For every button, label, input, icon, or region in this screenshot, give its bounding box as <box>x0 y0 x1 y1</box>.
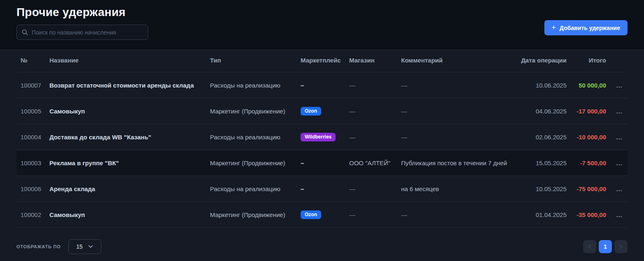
row-actions-menu[interactable]: ... <box>616 82 623 89</box>
row-number: 100005 <box>16 108 45 115</box>
column-header-type: Тип <box>206 57 296 65</box>
row-marketplace: Wildberries <box>296 133 345 141</box>
search-box[interactable] <box>16 25 148 40</box>
marketplace-badge: Ozon <box>301 210 321 219</box>
table-body: 100007 Возврат остаточной стоимости арен… <box>16 72 628 228</box>
row-type: Расходы на реализацию <box>206 185 296 192</box>
search-icon <box>22 29 28 35</box>
row-total: -75 000,00 <box>567 185 611 192</box>
row-type: Маркетинг (Продвижение) <box>206 108 296 115</box>
table-row[interactable]: 100006 Аренда склада Расходы на реализац… <box>16 176 628 202</box>
table-row[interactable]: 100007 Возврат остаточной стоимости арен… <box>16 72 628 98</box>
row-name: Самовыкуп <box>45 108 206 115</box>
search-input[interactable] <box>32 29 143 36</box>
row-store: — <box>345 134 397 141</box>
add-deduction-button-label: Добавить удержание <box>560 25 620 31</box>
chevron-down-icon <box>88 245 93 248</box>
marketplace-empty-dash: – <box>301 82 304 89</box>
column-header-number: № <box>16 57 45 65</box>
add-deduction-button[interactable]: + Добавить удержание <box>544 20 628 35</box>
column-header-comment: Комментарий <box>397 57 516 65</box>
column-header-store: Магазин <box>345 57 397 65</box>
row-marketplace: – <box>296 82 345 89</box>
row-date: 10.06.2025 <box>516 82 567 89</box>
row-date: 10.05.2025 <box>516 185 567 192</box>
table-row[interactable]: 100002 Самовыкуп Маркетинг (Продвижение)… <box>16 202 628 228</box>
row-marketplace: Ozon <box>296 107 345 115</box>
column-header-total: Итого <box>567 57 611 65</box>
row-actions-menu[interactable]: ... <box>616 160 623 166</box>
row-number: 100003 <box>16 159 45 166</box>
row-name: Аренда склада <box>45 185 206 192</box>
row-date: 15.05.2025 <box>516 159 567 166</box>
row-type: Маркетинг (Продвижение) <box>206 211 296 218</box>
column-header-marketplace: Маркетплейс <box>296 57 345 65</box>
row-total: -17 000,00 <box>567 108 611 115</box>
row-name: Доставка до склада WB "Казань" <box>45 134 206 141</box>
row-date: 04.06.2025 <box>516 108 567 115</box>
chevron-right-icon <box>619 244 623 249</box>
row-store: — <box>345 211 397 218</box>
row-type: Маркетинг (Продвижение) <box>206 159 296 166</box>
per-page-value: 15 <box>76 243 83 250</box>
pagination: 1 <box>583 240 628 253</box>
row-total: 50 000,00 <box>567 82 611 89</box>
row-marketplace: Ozon <box>296 210 345 219</box>
row-name: Возврат остаточной стоимости аренды скла… <box>45 82 206 89</box>
row-total: -10 000,00 <box>567 134 611 141</box>
row-name: Реклама в группе "ВК" <box>45 159 206 166</box>
row-store: — <box>345 185 397 192</box>
row-total: -7 500,00 <box>567 159 611 166</box>
row-store: — <box>345 108 397 115</box>
marketplace-empty-dash: – <box>301 185 304 192</box>
table-header: № Название Тип Маркетплейс Магазин Комме… <box>16 50 628 72</box>
row-comment: — <box>397 108 516 115</box>
row-number: 100002 <box>16 211 45 218</box>
row-actions-menu[interactable]: ... <box>616 108 623 115</box>
column-header-date: Дата операции <box>516 57 567 65</box>
row-number: 100007 <box>16 82 45 89</box>
row-comment: Публикация постов в течении 7 дней <box>397 159 516 166</box>
table-row[interactable]: 100003 Реклама в группе "ВК" Маркетинг (… <box>16 150 628 176</box>
row-comment: — <box>397 134 516 141</box>
row-comment: — <box>397 211 516 218</box>
table-row[interactable]: 100004 Доставка до склада WB "Казань" Ра… <box>16 124 628 150</box>
per-page-select[interactable]: 15 <box>68 239 101 254</box>
row-comment: на 6 месяцев <box>397 185 516 192</box>
marketplace-badge: Ozon <box>301 107 321 115</box>
row-number: 100004 <box>16 134 45 141</box>
row-actions-menu[interactable]: ... <box>616 134 623 141</box>
prev-page-button[interactable] <box>583 240 596 253</box>
row-type: Расходы на реализацию <box>206 134 296 141</box>
marketplace-badge: Wildberries <box>301 133 336 141</box>
row-actions-menu[interactable]: ... <box>616 186 623 192</box>
row-name: Самовыкуп <box>45 211 206 218</box>
row-date: 01.04.2025 <box>516 211 567 218</box>
row-comment: — <box>397 82 516 89</box>
plus-icon: + <box>552 24 556 31</box>
row-actions-menu[interactable]: ... <box>616 212 623 218</box>
row-total: -35 000,00 <box>567 211 611 218</box>
chevron-left-icon <box>588 244 591 249</box>
marketplace-empty-dash: – <box>301 159 304 166</box>
page-header: Прочие удержания + Добавить удержание <box>0 0 644 50</box>
row-type: Расходы на реализацию <box>206 82 296 89</box>
row-store: — <box>345 82 397 89</box>
next-page-button[interactable] <box>614 240 628 253</box>
page-title: Прочие удержания <box>16 6 628 19</box>
column-header-name: Название <box>45 57 206 65</box>
row-marketplace: – <box>296 185 345 192</box>
row-date: 02.06.2025 <box>516 134 567 141</box>
row-number: 100006 <box>16 185 45 192</box>
table-footer: ОТОБРАЖАТЬ ПО 15 1 <box>0 228 644 254</box>
row-marketplace: – <box>296 159 345 166</box>
page-1-button[interactable]: 1 <box>599 240 612 253</box>
deductions-table: № Название Тип Маркетплейс Магазин Комме… <box>0 50 644 228</box>
row-store: ООО "АЛТЕЙ" <box>345 159 397 166</box>
table-row[interactable]: 100005 Самовыкуп Маркетинг (Продвижение)… <box>16 98 628 124</box>
per-page-label: ОТОБРАЖАТЬ ПО <box>16 244 61 249</box>
